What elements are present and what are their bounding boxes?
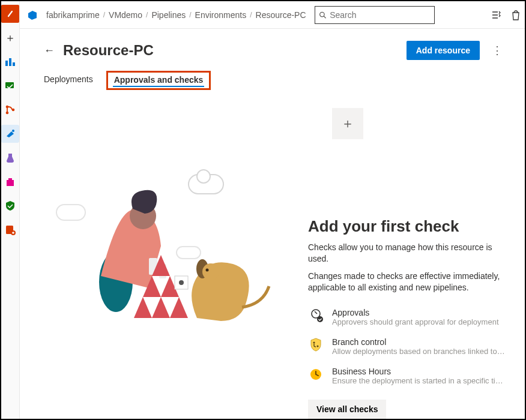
add-resource-button[interactable]: Add resource	[407, 41, 480, 60]
search-box[interactable]	[315, 6, 435, 24]
svg-point-4	[6, 106, 9, 109]
nav-wiki-icon[interactable]	[1, 221, 19, 239]
top-bar: fabrikamprime / VMdemo / Pipelines / Env…	[20, 1, 526, 29]
crumb-org[interactable]: fabrikamprime	[46, 10, 100, 20]
svg-marker-20	[170, 297, 188, 318]
svg-point-26	[206, 269, 209, 272]
nav-add-icon[interactable]: ＋	[1, 29, 19, 47]
search-icon	[319, 11, 327, 19]
tab-bar: Deployments Approvals and checks	[44, 71, 506, 90]
svg-rect-9	[8, 178, 12, 181]
check-desc: Ensure the deployment is started in a sp…	[332, 376, 506, 385]
svg-rect-0	[5, 61, 8, 66]
nav-boards-icon[interactable]	[1, 53, 19, 71]
check-title: Approvals	[332, 308, 499, 317]
nav-repos-icon[interactable]	[1, 77, 19, 95]
nav-testplans-icon[interactable]	[1, 149, 19, 167]
svg-point-12	[319, 12, 324, 17]
check-option-approvals[interactable]: Approvals Approvers should grant approva…	[308, 308, 506, 326]
azure-devops-logo-icon[interactable]	[26, 8, 39, 22]
crumb-project[interactable]: VMdemo	[109, 10, 142, 20]
check-desc: Allow deployments based on branches link…	[332, 347, 506, 356]
svg-point-5	[6, 112, 9, 115]
svg-rect-8	[7, 180, 14, 186]
check-title: Business Hours	[332, 367, 506, 376]
svg-line-13	[324, 16, 325, 17]
checks-heading: Add your first check	[308, 217, 506, 236]
svg-rect-1	[9, 58, 11, 66]
crumb-pipelines[interactable]: Pipelines	[151, 10, 186, 20]
search-input[interactable]	[330, 10, 430, 20]
svg-point-30	[317, 316, 323, 322]
nav-branches-icon[interactable]	[1, 101, 19, 119]
settings-list-icon[interactable]	[491, 10, 501, 20]
nav-project-icon[interactable]	[1, 5, 19, 23]
nav-shield-icon[interactable]	[1, 197, 19, 215]
more-actions-icon[interactable]: ⋮	[488, 44, 506, 57]
crumb-resource[interactable]: Resource-PC	[256, 10, 306, 20]
checks-description-1: Checks allow you to manage how this reso…	[308, 242, 506, 265]
svg-point-7	[12, 130, 14, 132]
check-title: Branch control	[332, 337, 506, 347]
shopping-bag-icon[interactable]	[511, 10, 521, 20]
back-arrow-icon[interactable]: ←	[44, 44, 55, 57]
check-desc: Approvers should grant approval for depl…	[332, 317, 499, 326]
view-all-checks-button[interactable]: View all checks	[308, 400, 386, 419]
left-nav-rail: ＋	[1, 1, 20, 419]
approvals-icon	[308, 308, 324, 323]
branch-control-icon	[308, 337, 324, 353]
svg-point-32	[316, 345, 318, 347]
svg-rect-2	[13, 62, 15, 66]
svg-marker-19	[152, 297, 170, 318]
checks-description-2: Changes made to checks are effective imm…	[308, 271, 506, 293]
tab-deployments[interactable]: Deployments	[44, 71, 93, 90]
crumb-environments[interactable]: Environments	[195, 10, 247, 20]
illustration-panel	[44, 108, 296, 330]
nav-artifacts-icon[interactable]	[1, 173, 19, 191]
check-option-business-hours[interactable]: Business Hours Ensure the deployment is …	[308, 367, 506, 385]
person-dog-illustration	[44, 108, 296, 330]
nav-pipelines-icon[interactable]	[1, 125, 19, 143]
page-title: Resource-PC	[63, 42, 154, 59]
svg-point-25	[202, 263, 219, 280]
svg-point-28	[179, 280, 184, 285]
business-hours-icon	[308, 367, 324, 382]
tab-approvals-and-checks[interactable]: Approvals and checks	[106, 71, 211, 90]
breadcrumb: fabrikamprime / VMdemo / Pipelines / Env…	[46, 10, 306, 20]
svg-marker-18	[134, 297, 152, 318]
check-option-branch-control[interactable]: Branch control Allow deployments based o…	[308, 337, 506, 356]
add-check-button[interactable]: ＋	[332, 108, 363, 139]
svg-point-31	[313, 341, 315, 343]
